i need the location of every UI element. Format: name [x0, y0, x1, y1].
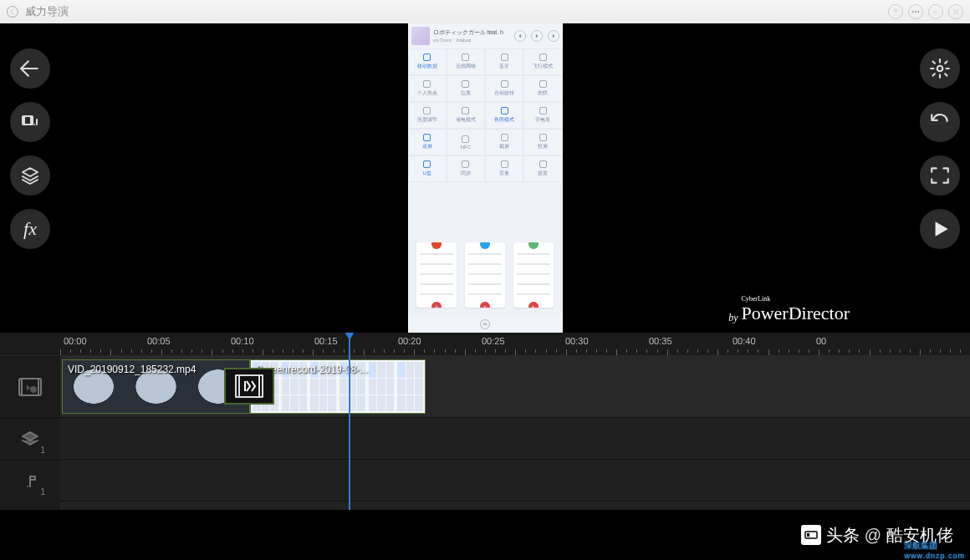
quick-tile: 录屏: [408, 129, 447, 155]
undo-button[interactable]: [920, 102, 960, 142]
ruler-tick-label: 00:25: [482, 336, 505, 346]
settings-button[interactable]: [920, 48, 960, 89]
track-labels: 1 1: [0, 333, 60, 510]
video-track-label[interactable]: [0, 356, 60, 418]
effects-button[interactable]: fx: [10, 209, 50, 249]
tile-label: 移动数据: [417, 63, 437, 70]
tile-icon: [423, 160, 431, 168]
tile-icon: [462, 107, 469, 115]
tile-icon: [462, 80, 469, 88]
overlay-track[interactable]: [60, 418, 970, 460]
ruler-tick-label: 00:35: [649, 336, 672, 346]
media-library-button[interactable]: [10, 102, 50, 142]
tile-icon: [501, 80, 508, 88]
tile-icon: [423, 107, 431, 115]
quick-settings-grid: 移动数据无线网络蓝牙飞行模式个人热点位置自动旋转勿扰亮度调节省电模式夜间模式手电…: [408, 48, 563, 182]
window-close-button[interactable]: [948, 4, 963, 19]
fullscreen-button[interactable]: [920, 155, 960, 196]
close-app-icon: ×: [528, 302, 539, 308]
brand-overlay: 头条 @ 酷安机佬: [801, 524, 953, 547]
quick-tile: U盘: [408, 155, 447, 182]
tile-label: 投屏: [538, 143, 548, 150]
bottom-bar: 头条 @ 酷安机佬 深航集团 www.dnzp.com: [0, 510, 970, 560]
tile-icon: [501, 53, 508, 61]
close-app-icon: ×: [431, 302, 442, 308]
quick-tile: 省电模式: [447, 102, 485, 129]
tile-label: 录屏: [422, 143, 432, 150]
tile-icon: [462, 160, 469, 168]
quick-tile: 蓝牙: [485, 48, 523, 75]
window-titlebar: 威力导演: [0, 0, 970, 23]
tile-icon: [423, 134, 431, 141]
recent-apps-row: × × ×: [408, 182, 563, 316]
tile-icon: [462, 135, 469, 143]
ruler-tick-label: 00:15: [314, 336, 338, 346]
video-track[interactable]: VID_20190912_185232.mp4Screenrecord-2019…: [60, 356, 970, 418]
ruler-tick-label: 00:40: [733, 336, 756, 346]
window-more-button[interactable]: [908, 4, 923, 19]
tile-icon: [539, 160, 547, 168]
play-track-icon: [531, 30, 543, 42]
play-button[interactable]: [920, 209, 960, 249]
transition-marker[interactable]: [224, 368, 274, 405]
ruler-tick-label: 00: [816, 336, 826, 346]
quick-tile: 同步: [447, 155, 485, 182]
tile-label: NFC: [461, 145, 471, 150]
close-app-icon: ×: [480, 302, 490, 308]
timeline-ruler[interactable]: 00:0000:0500:1000:1500:2000:2500:3000:35…: [60, 333, 970, 356]
album-art-icon: [411, 27, 430, 45]
window-title: 威力导演: [25, 4, 883, 19]
timeline-clip[interactable]: VID_20190912_185232.mp4: [62, 359, 250, 414]
svg-rect-9: [807, 533, 809, 537]
ruler-tick-label: 00:05: [147, 336, 171, 346]
window-minimize-button[interactable]: [928, 4, 943, 19]
tile-label: 截屏: [499, 143, 509, 150]
quick-tile: 手电筒: [523, 102, 562, 129]
svg-point-0: [912, 11, 913, 12]
ruler-tick-label: 00:00: [64, 336, 87, 346]
tile-label: 无线网络: [456, 63, 476, 70]
quick-tile: 个人热点: [408, 75, 447, 102]
svg-point-6: [30, 386, 37, 393]
quick-tile: 截屏: [485, 129, 523, 155]
svg-point-2: [918, 11, 919, 12]
clip-title: VID_20190912_185232.mp4: [68, 364, 196, 375]
left-toolbar: fx: [0, 23, 60, 333]
tile-label: 飞行模式: [533, 63, 553, 70]
tile-label: 省电模式: [456, 116, 476, 124]
back-button[interactable]: [10, 48, 50, 89]
quick-tile: 亮度调节: [408, 102, 447, 129]
tile-icon: [539, 134, 547, 141]
tile-label: 个人热点: [417, 89, 437, 97]
quick-tile: 设置: [523, 155, 562, 182]
audio-track[interactable]: [60, 460, 970, 501]
song-title: ロボティックガール feat. h: [433, 28, 509, 37]
audio-track-label[interactable]: 1: [0, 460, 60, 501]
preview-watermark: by CyberLink PowerDirector: [728, 293, 850, 324]
right-toolbar: [910, 23, 970, 333]
song-artist: vo:Omoi・inabaɪ: [433, 37, 509, 44]
tile-icon: [539, 53, 547, 61]
timeline-panel: 1 1 00:0000:0500:1000:1500:2000:2500:300…: [0, 333, 970, 510]
tile-label: 设置: [538, 170, 548, 177]
layers-button[interactable]: [10, 155, 50, 196]
toutiao-logo-icon: [801, 525, 821, 545]
tile-label: 亮度调节: [417, 116, 437, 124]
window-pin-button[interactable]: [888, 4, 903, 19]
video-preview[interactable]: ロボティックガール feat. h vo:Omoi・inabaɪ 移动数据无线网…: [60, 23, 910, 333]
tile-icon: [539, 107, 547, 115]
tile-icon: [501, 160, 508, 168]
quick-tile: 勿扰: [523, 75, 562, 102]
tile-label: 音量: [499, 170, 509, 177]
recent-app-card: ×: [465, 242, 505, 308]
quick-tile: 飞行模式: [523, 48, 562, 75]
svg-point-1: [915, 11, 916, 12]
svg-point-4: [937, 66, 943, 72]
prev-track-icon: [514, 30, 526, 42]
timeline-clip[interactable]: Screenrecord-2019-08-...: [250, 359, 426, 414]
timeline-tracks[interactable]: 00:0000:0500:1000:1500:2000:2500:3000:35…: [60, 333, 970, 510]
titlebar-back-button[interactable]: [7, 6, 18, 18]
ruler-tick-label: 00:30: [565, 336, 589, 346]
overlay-track-label[interactable]: 1: [0, 418, 60, 460]
quick-tile: NFC: [447, 129, 485, 155]
